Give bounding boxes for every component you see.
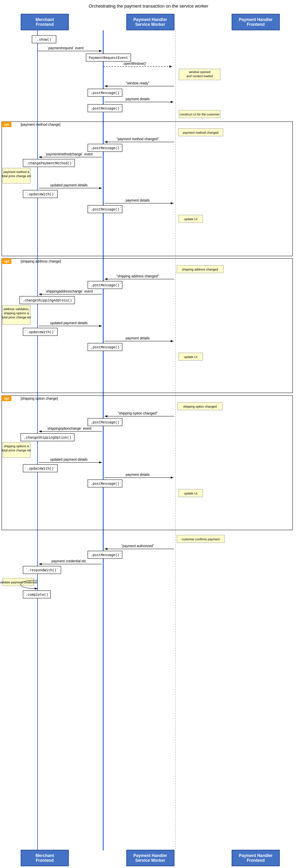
- svg-text:`.postMessage()`: `.postMessage()`: [88, 283, 121, 287]
- actor-footers: Merchant Frontend Payment Handler Servic…: [0, 850, 297, 866]
- actor-payment-frontend: Payment Handler Frontend: [232, 14, 280, 30]
- svg-text:construct UI for the customer: construct UI for the customer: [180, 113, 220, 116]
- actor-merchant-frontend: Merchant Frontend: [21, 14, 69, 30]
- svg-text:payment details: payment details: [126, 97, 150, 101]
- svg-text:update UI: update UI: [184, 217, 197, 221]
- svg-text:[payment method change]: [payment method change]: [21, 123, 61, 126]
- svg-text:shipping options &: shipping options &: [4, 445, 29, 448]
- svg-text:updated payment details: updated payment details: [50, 458, 88, 461]
- actor-headers: Merchant Frontend Payment Handler Servic…: [0, 14, 297, 30]
- svg-text:payment details: payment details: [126, 336, 150, 340]
- svg-text:"payment authorized": "payment authorized": [121, 544, 154, 548]
- svg-text:`shippingoptionchange` event: `shippingoptionchange` event: [46, 427, 91, 430]
- svg-text:payment method changed: payment method changed: [183, 131, 219, 134]
- svg-text:`paymentrequest` event: `paymentrequest` event: [47, 46, 84, 50]
- svg-text:`.respondWith()`: `.respondWith()`: [25, 568, 59, 572]
- diagram-title: Orchestrating the payment transaction on…: [0, 3, 297, 9]
- svg-text:shipping option changed: shipping option changed: [183, 405, 217, 408]
- svg-text:`.changeShippingAddress()`: `.changeShippingAddress()`: [20, 298, 74, 303]
- svg-text:shipping options &: shipping options &: [4, 312, 29, 315]
- svg-text:total price change etc: total price change etc: [2, 174, 31, 178]
- svg-text:`.changeShippingOption()`: `.changeShippingOption()`: [22, 436, 73, 440]
- diagram-container: Orchestrating the payment transaction on…: [0, 0, 297, 868]
- svg-text:customer confirms payment: customer confirms payment: [182, 538, 220, 541]
- svg-text:`.postMessage()`: `.postMessage()`: [88, 420, 121, 425]
- svg-text:"window ready": "window ready": [126, 81, 150, 85]
- svg-text:`.postMessage()`: `.postMessage()`: [88, 553, 121, 557]
- svg-text:`.postMessage()`: `.postMessage()`: [88, 91, 121, 95]
- svg-text:`paymentmethodchange` event: `paymentmethodchange` event: [45, 152, 93, 156]
- svg-text:`.postMessage()`: `.postMessage()`: [88, 482, 121, 486]
- svg-text:`.postMessage()`: `.postMessage()`: [88, 207, 121, 212]
- svg-text:payment method &: payment method &: [3, 170, 30, 174]
- actor-merchant-frontend-footer: Merchant Frontend: [21, 850, 69, 866]
- svg-text:updated payment details: updated payment details: [50, 183, 88, 187]
- svg-text:validate payment credential: validate payment credential: [0, 581, 37, 584]
- svg-text:opt: opt: [4, 259, 9, 263]
- svg-text:`.changePaymentMethod()`: `.changePaymentMethod()`: [24, 161, 74, 165]
- svg-text:`.updateWith()`: `.updateWith()`: [25, 330, 56, 334]
- svg-text:and content loaded: and content loaded: [187, 74, 213, 78]
- svg-text:payment credential etc: payment credential etc: [52, 559, 86, 563]
- svg-text:"payment method changed": "payment method changed": [117, 137, 159, 141]
- svg-text:updated payment details: updated payment details: [50, 321, 88, 325]
- svg-rect-52: [2, 258, 293, 393]
- svg-text:`.complete()`: `.complete()`: [23, 593, 50, 597]
- svg-text:update UI: update UI: [184, 355, 197, 359]
- svg-text:"shipping address changed": "shipping address changed": [116, 274, 159, 278]
- svg-text:shipping address changed: shipping address changed: [182, 268, 218, 271]
- svg-text:`.openWindow()`: `.openWindow()`: [121, 62, 147, 65]
- svg-text:`.postMessage()`: `.postMessage()`: [88, 146, 121, 150]
- svg-text:update UI: update UI: [184, 492, 197, 495]
- svg-text:`shippingaddresschange` event: `shippingaddresschange` event: [45, 289, 93, 293]
- actor-service-worker: Payment Handler Service Worker: [126, 14, 174, 30]
- svg-text:`.postMessage()`: `.postMessage()`: [88, 106, 121, 111]
- svg-text:window opened: window opened: [189, 70, 211, 74]
- svg-text:payment details: payment details: [126, 198, 150, 202]
- svg-text:total price change etc: total price change etc: [2, 449, 31, 452]
- svg-text:[shipping address change]: [shipping address change]: [21, 259, 61, 263]
- svg-text:payment details: payment details: [126, 473, 150, 477]
- svg-text:`.updateWith()`: `.updateWith()`: [25, 467, 56, 471]
- svg-text:`PaymentRequestEvent`: `PaymentRequestEvent`: [87, 56, 130, 60]
- svg-text:opt: opt: [4, 397, 9, 400]
- svg-text:[shipping option change]: [shipping option change]: [21, 397, 58, 400]
- svg-text:total price change etc: total price change etc: [2, 316, 31, 319]
- svg-text:`.updateWith()`: `.updateWith()`: [25, 192, 56, 196]
- actor-payment-frontend-footer: Payment Handler Frontend: [232, 850, 280, 866]
- svg-text:`.show()`: `.show()`: [35, 38, 53, 42]
- svg-text:opt: opt: [4, 123, 9, 126]
- svg-rect-80: [2, 396, 293, 530]
- sequence-diagram: `.show()` `paymentrequest` event `Paymen…: [0, 30, 297, 850]
- actor-service-worker-footer: Payment Handler Service Worker: [126, 850, 174, 866]
- svg-text:address validation,: address validation,: [3, 307, 29, 311]
- svg-text:`.postMessage()`: `.postMessage()`: [88, 345, 121, 349]
- svg-text:"shipping option changed": "shipping option changed": [118, 411, 158, 415]
